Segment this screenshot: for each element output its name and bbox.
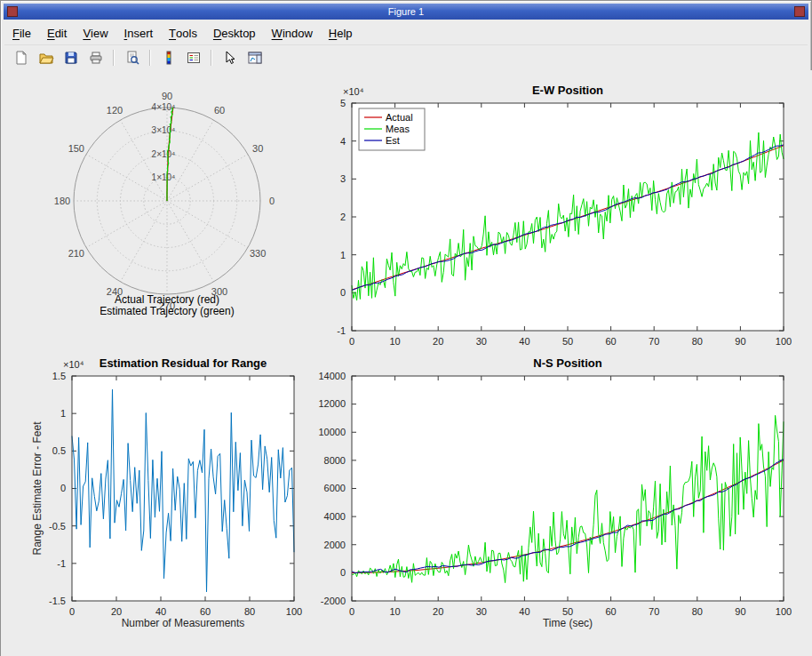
menu-desktop[interactable]: Desktop (205, 21, 264, 44)
save-figure-button[interactable] (60, 47, 82, 69)
svg-text:-1: -1 (337, 325, 346, 336)
range-residual-plot: 020406080100-1.5-1-0.500.511.5Estimation… (26, 352, 314, 645)
svg-text:10000: 10000 (318, 427, 346, 437)
svg-text:4×10⁴: 4×10⁴ (152, 102, 176, 112)
svg-text:90: 90 (162, 91, 172, 101)
svg-text:90: 90 (735, 336, 745, 347)
titlebar[interactable]: Figure 1 (4, 4, 808, 20)
svg-text:0.5: 0.5 (52, 445, 66, 456)
edit-plot-button[interactable] (219, 47, 241, 69)
svg-text:0: 0 (349, 606, 354, 617)
svg-text:80: 80 (692, 336, 703, 347)
svg-text:150: 150 (68, 143, 84, 154)
menu-file[interactable]: File (4, 21, 39, 44)
svg-text:8000: 8000 (324, 455, 346, 466)
ew-position-plot: 0102030405060708090100-1012345E-W Positi… (321, 81, 808, 353)
svg-text:Meas: Meas (386, 124, 410, 134)
ns-position-plot: 0102030405060708090100-20000200040006000… (321, 352, 808, 645)
window-title: Figure 1 (21, 4, 791, 20)
svg-text:1: 1 (60, 408, 66, 419)
svg-text:×10⁴: ×10⁴ (343, 86, 364, 97)
svg-text:60: 60 (605, 336, 616, 347)
insert-colorbar-icon (161, 50, 177, 66)
new-figure-button[interactable] (10, 47, 32, 69)
menu-tools[interactable]: Tools (161, 21, 205, 44)
svg-text:20: 20 (433, 336, 443, 347)
insert-legend-button[interactable] (182, 47, 204, 69)
svg-text:40: 40 (155, 606, 166, 617)
svg-text:N-S Position: N-S Position (533, 356, 601, 370)
toolbar-separator (211, 50, 212, 66)
svg-text:30: 30 (476, 336, 487, 347)
show-plot-tools-icon (247, 50, 263, 66)
svg-text:100: 100 (776, 336, 792, 347)
svg-text:0: 0 (340, 287, 346, 298)
menu-help[interactable]: Help (321, 21, 361, 44)
window-menu-button[interactable] (7, 6, 18, 17)
svg-text:50: 50 (562, 336, 573, 347)
menu-insert[interactable]: Insert (116, 21, 162, 44)
svg-text:180: 180 (54, 196, 70, 206)
svg-text:6000: 6000 (324, 483, 346, 493)
svg-text:100: 100 (776, 606, 792, 617)
svg-text:3: 3 (340, 173, 346, 184)
svg-text:E-W Position: E-W Position (532, 84, 603, 97)
svg-text:30: 30 (476, 606, 487, 617)
svg-text:4: 4 (340, 136, 346, 147)
svg-text:10: 10 (389, 336, 400, 347)
svg-text:20: 20 (111, 606, 122, 617)
svg-text:0: 0 (340, 567, 346, 578)
svg-text:-0.5: -0.5 (49, 521, 66, 532)
svg-text:120: 120 (107, 105, 123, 116)
svg-text:100: 100 (286, 606, 302, 617)
svg-text:0: 0 (349, 336, 354, 347)
menu-window[interactable]: Window (264, 21, 321, 44)
svg-text:Range Estimate Error - Feet: Range Estimate Error - Feet (31, 421, 44, 556)
figure-canvas: 03060901201501802102402703003301×10⁴2×10… (1, 70, 812, 656)
print-preview-icon (124, 50, 140, 66)
svg-text:60: 60 (605, 606, 616, 617)
edit-plot-icon (222, 50, 238, 66)
svg-text:1×10⁴: 1×10⁴ (152, 172, 176, 182)
svg-text:1: 1 (340, 250, 346, 260)
svg-text:1.5: 1.5 (52, 371, 66, 381)
svg-text:Est: Est (386, 135, 400, 146)
svg-text:0: 0 (69, 606, 75, 617)
svg-text:50: 50 (562, 606, 573, 617)
svg-text:80: 80 (244, 606, 255, 617)
svg-text:Time (sec): Time (sec) (543, 617, 593, 629)
close-button[interactable] (794, 6, 805, 17)
menu-edit[interactable]: Edit (39, 21, 75, 44)
print-figure-button[interactable] (84, 47, 107, 69)
toolbar-separator (113, 50, 115, 66)
svg-text:12000: 12000 (318, 398, 346, 409)
print-preview-button[interactable] (121, 47, 143, 69)
insert-colorbar-button[interactable] (157, 47, 179, 69)
svg-text:330: 330 (250, 248, 266, 259)
toolbar-separator (149, 50, 151, 66)
svg-text:20: 20 (433, 606, 443, 617)
svg-text:Number of Measurements: Number of Measurements (122, 617, 245, 629)
svg-text:70: 70 (649, 336, 659, 347)
svg-text:2000: 2000 (324, 540, 346, 550)
svg-text:60: 60 (214, 105, 225, 116)
polar-trajectory-plot: 03060901201501802102402703003301×10⁴2×10… (50, 90, 290, 328)
svg-text:70: 70 (649, 606, 659, 617)
show-plot-tools-button[interactable] (243, 47, 266, 69)
svg-text:-1: -1 (57, 558, 66, 569)
svg-text:Estimated Trajectory (green): Estimated Trajectory (green) (100, 305, 234, 317)
menu-bar: File Edit View Insert Tools Desktop Wind… (4, 21, 808, 44)
new-figure-icon (13, 50, 29, 66)
svg-text:0: 0 (269, 196, 275, 206)
svg-text:90: 90 (735, 606, 745, 617)
svg-text:-1.5: -1.5 (49, 596, 66, 606)
svg-text:-2000: -2000 (321, 596, 346, 606)
svg-text:14000: 14000 (318, 371, 346, 381)
insert-legend-icon (186, 50, 202, 66)
menu-view[interactable]: View (75, 21, 115, 44)
figure-window: Figure 1 File Edit View Insert Tools Des… (0, 0, 812, 656)
save-figure-icon (63, 50, 79, 66)
open-file-button[interactable] (35, 47, 57, 69)
svg-text:10: 10 (389, 606, 400, 617)
svg-text:Actual Trajectory (red): Actual Trajectory (red) (115, 293, 219, 306)
